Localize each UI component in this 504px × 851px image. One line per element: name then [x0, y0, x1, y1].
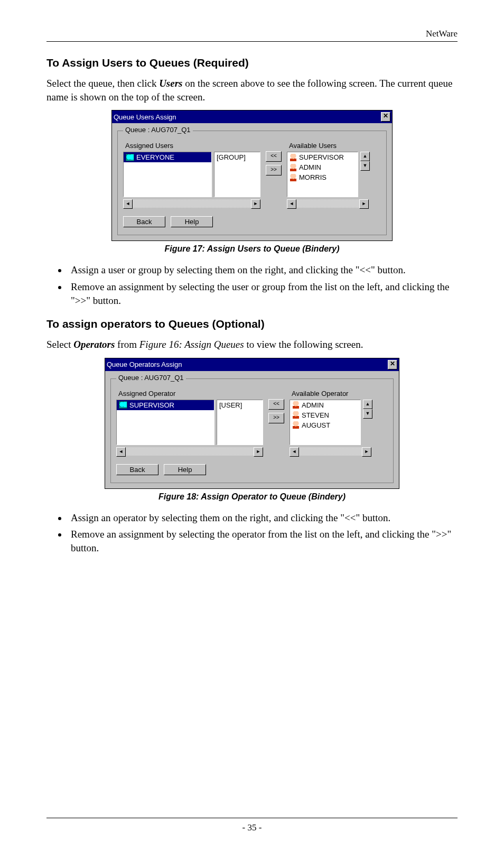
assigned-listbox[interactable]: SUPERVISOR	[116, 400, 214, 445]
scroll-up-icon[interactable]: ▲	[363, 400, 372, 409]
item-name: AUGUST	[302, 421, 330, 429]
fieldset-legend: Queue : AUG707_Q1	[123, 126, 193, 134]
intro-text: Select the queue, then click	[46, 78, 159, 89]
user-icon	[292, 401, 300, 409]
window-titlebar[interactable]: Queue Operators Assign ✕	[105, 358, 399, 371]
list-item[interactable]: STEVEN	[290, 410, 360, 420]
window-title: Queue Operators Assign	[107, 360, 182, 368]
h-scrollbar[interactable]: ◄ ►	[287, 199, 369, 208]
footer-rule	[46, 818, 458, 818]
scroll-left-icon[interactable]: ◄	[287, 199, 296, 209]
move-left-button[interactable]: <<	[266, 151, 282, 162]
v-scrollbar[interactable]: ▲ ▼	[363, 400, 371, 419]
window-title: Queue Users Assign	[114, 113, 176, 121]
figure-caption: Figure 17: Assign Users to Queue (Binder…	[46, 244, 458, 254]
list-item[interactable]: EVERYONE	[124, 152, 211, 162]
item-name: STEVEN	[302, 411, 329, 419]
available-header: Available Operator	[290, 388, 371, 400]
figure-18: Queue Operators Assign ✕ Queue : AUG707_…	[46, 358, 458, 489]
scroll-down-icon[interactable]: ▼	[360, 161, 370, 171]
scroll-right-icon[interactable]: ►	[254, 447, 263, 457]
header-rule	[46, 41, 458, 42]
type-column: [GROUP]	[214, 152, 260, 197]
assigned-listbox[interactable]: EVERYONE	[123, 152, 212, 197]
list-item[interactable]: AUGUST	[290, 420, 360, 430]
h-scrollbar[interactable]: ◄ ►	[290, 447, 371, 456]
list-item[interactable]: SUPERVISOR	[287, 152, 358, 162]
list-item[interactable]: ADMIN	[290, 400, 360, 410]
user-icon	[290, 164, 297, 171]
figure-17: Queue Users Assign ✕ Queue : AUG707_Q1 A…	[46, 110, 458, 241]
available-listbox[interactable]: SUPERVISOR ADMIN MORRIS	[287, 152, 358, 197]
help-button[interactable]: Help	[171, 216, 213, 227]
section-heading: To assign operators to Queues (Optional)	[46, 318, 458, 330]
move-left-button[interactable]: <<	[268, 399, 284, 410]
user-icon	[292, 411, 300, 419]
scroll-left-icon[interactable]: ◄	[290, 447, 299, 457]
scroll-left-icon[interactable]: ◄	[116, 447, 126, 457]
v-scrollbar[interactable]: ▲ ▼	[360, 152, 369, 171]
intro-em: Figure 16: Assign Queues	[139, 339, 244, 350]
scroll-right-icon[interactable]: ►	[251, 199, 260, 209]
intro-text: to view the following screen.	[244, 339, 363, 350]
fieldset-legend: Queue : AUG707_Q1	[116, 374, 186, 382]
user-icon	[290, 154, 297, 161]
scroll-down-icon[interactable]: ▼	[363, 409, 372, 419]
intro-text: Select	[46, 339, 73, 350]
help-button[interactable]: Help	[164, 464, 206, 475]
close-icon[interactable]: ✕	[388, 360, 397, 369]
user-icon	[290, 174, 297, 181]
page-number: - 35 -	[46, 822, 458, 833]
section-intro: Select the queue, then click Users on th…	[46, 77, 458, 104]
available-listbox[interactable]: ADMIN STEVEN AUGUST	[290, 400, 361, 445]
scroll-right-icon[interactable]: ►	[362, 447, 371, 457]
intro-text: from	[115, 339, 139, 350]
list-item[interactable]: SUPERVISOR	[117, 400, 214, 410]
bullet-item: Assign a user or group by selecting them…	[68, 263, 458, 277]
back-button[interactable]: Back	[123, 216, 165, 227]
section-intro: Select Operators from Figure 16: Assign …	[46, 338, 458, 352]
item-name: SUPERVISOR	[299, 153, 344, 161]
item-name: MORRIS	[299, 173, 326, 181]
window-titlebar[interactable]: Queue Users Assign ✕	[112, 110, 392, 123]
move-right-button[interactable]: >>	[268, 413, 284, 423]
item-name: SUPERVISOR	[129, 401, 174, 409]
item-name: ADMIN	[299, 163, 321, 171]
type-column: [USER]	[217, 400, 263, 445]
figure-caption: Figure 18: Assign Operator to Queue (Bin…	[46, 492, 458, 502]
item-name: EVERYONE	[136, 153, 174, 161]
intro-em: Operators	[73, 339, 115, 350]
item-name: ADMIN	[302, 401, 324, 409]
move-right-button[interactable]: >>	[266, 165, 282, 175]
bullet-item: Assign an operator by selecting them on …	[68, 511, 458, 525]
back-button[interactable]: Back	[116, 464, 158, 475]
page-header-brand: NetWare	[46, 29, 458, 39]
item-type: [USER]	[217, 400, 263, 410]
user-icon	[292, 421, 300, 429]
assigned-header: Assigned Operator	[116, 388, 263, 400]
list-item[interactable]: ADMIN	[287, 162, 358, 172]
available-header: Available Users	[287, 141, 369, 152]
section-heading: To Assign Users to Queues (Required)	[46, 57, 458, 69]
h-scrollbar[interactable]: ◄ ►	[123, 199, 260, 208]
close-icon[interactable]: ✕	[381, 112, 390, 122]
bullet-item: Remove an assignment by selecting the us…	[68, 280, 458, 307]
h-scrollbar[interactable]: ◄ ►	[116, 447, 263, 456]
scroll-left-icon[interactable]: ◄	[123, 199, 133, 209]
group-icon	[126, 154, 134, 161]
bullet-list: Assign an operator by selecting them on …	[46, 511, 458, 555]
list-item[interactable]: MORRIS	[287, 172, 358, 182]
bullet-list: Assign a user or group by selecting them…	[46, 263, 458, 307]
group-icon	[119, 401, 127, 409]
intro-em: Users	[159, 78, 182, 89]
item-type: [GROUP]	[214, 152, 260, 162]
bullet-item: Remove an assignment by selecting the op…	[68, 528, 458, 554]
scroll-right-icon[interactable]: ►	[359, 199, 369, 209]
assigned-header: Assigned Users	[123, 141, 260, 152]
scroll-up-icon[interactable]: ▲	[360, 152, 370, 161]
